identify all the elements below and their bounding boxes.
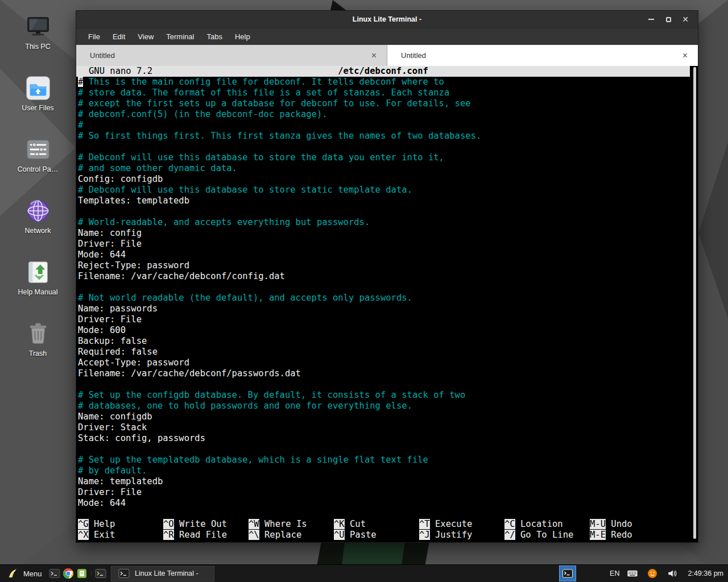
- folder-icon: [25, 75, 51, 101]
- taskbar-window-button[interactable]: Linux Lite Terminal -: [111, 566, 214, 581]
- shortcut-key: ^J: [419, 530, 430, 540]
- tab-close-icon[interactable]: ×: [369, 51, 379, 60]
- desktop-icon-trash[interactable]: Trash: [4, 321, 72, 357]
- taskbar-separator: ⁞: [89, 571, 94, 576]
- text-cursor: #: [78, 77, 83, 87]
- tab-2-active[interactable]: Untitled×: [387, 45, 698, 66]
- updates-notifier-icon[interactable]: [646, 566, 659, 581]
- nano-titlebar: GNU nano 7.2 /etc/debconf.conf: [76, 66, 690, 77]
- editor-line: [78, 379, 698, 390]
- trash-icon: [25, 321, 51, 347]
- editor-line: Name: templatedb: [78, 476, 698, 487]
- editor-line: #: [78, 120, 698, 131]
- editor-line: # debconf.conf(5) (in the debconf-doc pa…: [78, 109, 698, 120]
- shortcut-label: Redo: [606, 530, 632, 540]
- editor-line: # store data. The format of this file is…: [78, 88, 698, 98]
- menu-item-terminal[interactable]: Terminal: [160, 30, 200, 43]
- tray-terminal-active-icon[interactable]: [559, 566, 576, 581]
- editor-line: Mode: 644: [78, 250, 698, 260]
- desktop-icon-network[interactable]: Network: [4, 198, 72, 235]
- shortcut-execute[interactable]: ^T Execute: [419, 519, 504, 530]
- shortcut-label: Where Is: [259, 519, 307, 529]
- close-button[interactable]: ✕: [679, 13, 692, 26]
- editor-line: Name: config: [78, 228, 698, 239]
- editor-line: Driver: Stack: [78, 422, 698, 433]
- tab-close-icon[interactable]: ×: [680, 51, 690, 60]
- editor-line: Stack: config, passwords: [78, 433, 698, 444]
- editor-line: Driver: File: [78, 239, 698, 250]
- menu-item-view[interactable]: View: [131, 30, 160, 43]
- shortcut-label: Help: [89, 519, 115, 529]
- chrome-browser-icon[interactable]: [61, 566, 75, 581]
- control-panel-icon: [25, 136, 51, 163]
- keyboard-icon[interactable]: [626, 566, 639, 581]
- editor-line: Backup: false: [78, 336, 698, 347]
- shortcut-read-file[interactable]: ^R Read File: [163, 530, 249, 541]
- editor-line: # So first things first. This first stan…: [78, 131, 698, 142]
- open-terminal-indicator-icon[interactable]: [94, 566, 107, 581]
- help-manual-icon: [25, 259, 51, 285]
- taskbar: Menu ⁞ Linux Lite Terminal - EN 2:49:36 …: [0, 564, 728, 582]
- tab-1[interactable]: Untitled×: [76, 45, 387, 66]
- monitor-icon: [25, 14, 51, 40]
- maximize-button[interactable]: [661, 13, 675, 26]
- shortcut-key: ^O: [163, 519, 174, 529]
- shortcut-location[interactable]: ^C Location: [504, 519, 590, 530]
- menu-item-tabs[interactable]: Tabs: [200, 30, 228, 43]
- editor-line: [78, 282, 698, 293]
- shortcut-replace[interactable]: ^\ Replace: [249, 530, 334, 541]
- shortcut-redo[interactable]: M-E Redo: [590, 530, 675, 541]
- menu-item-file[interactable]: File: [82, 30, 106, 43]
- terminal-scrollbar[interactable]: [693, 67, 696, 539]
- shortcut-key: M-E: [590, 530, 606, 540]
- editor-line: # Set up the templatedb database, which …: [78, 455, 698, 465]
- desktop-icon-help-manual[interactable]: Help Manual: [4, 259, 72, 296]
- shortcut-justify[interactable]: ^J Justify: [419, 530, 504, 541]
- editor-line: # Debconf will use this database to stor…: [78, 185, 698, 196]
- shortcut-key: M-U: [590, 519, 606, 529]
- shortcut-label: Read File: [174, 530, 227, 540]
- file-manager-icon[interactable]: [75, 566, 89, 581]
- terminal-pane[interactable]: GNU nano 7.2 /etc/debconf.conf # This is…: [76, 66, 698, 542]
- maximize-icon: [666, 17, 671, 22]
- editor-line: Templates: templatedb: [78, 196, 698, 206]
- shortcut-exit[interactable]: ^X Exit: [78, 530, 163, 541]
- editor-content[interactable]: # This is the main config file for debco…: [76, 77, 698, 509]
- shortcut-paste[interactable]: ^U Paste: [334, 530, 419, 541]
- editor-line: Accept-Type: password: [78, 357, 698, 368]
- terminal-launcher-icon[interactable]: [48, 566, 61, 581]
- system-tray: EN 2:49:36 pm: [559, 566, 728, 581]
- tab-label: Untitled: [401, 51, 426, 60]
- shortcut-label: Write Out: [174, 519, 227, 529]
- clock[interactable]: 2:49:36 pm: [685, 569, 723, 577]
- shortcut-go-to-line[interactable]: ^/ Go To Line: [504, 530, 590, 541]
- keyboard-layout-label[interactable]: EN: [610, 569, 619, 577]
- volume-icon[interactable]: [665, 566, 679, 581]
- desktop-icon-user-files[interactable]: User Files: [4, 75, 72, 112]
- shortcut-key: ^\: [249, 530, 259, 540]
- desktop-icon-label: Control Pa…: [18, 165, 59, 173]
- editor-line: [78, 444, 698, 455]
- menu-item-edit[interactable]: Edit: [106, 30, 131, 43]
- desktop-icon-this-pc[interactable]: This PC: [4, 14, 72, 51]
- nano-filename: /etc/debconf.conf: [76, 66, 690, 77]
- shortcut-cut[interactable]: ^K Cut: [334, 519, 419, 530]
- shortcut-label: Go To Line: [515, 530, 574, 540]
- shortcut-key: ^/: [504, 530, 515, 540]
- desktop-icon-control-pa[interactable]: Control Pa…: [4, 136, 72, 173]
- shortcut-where-is[interactable]: ^W Where Is: [249, 519, 334, 530]
- editor-line: Config: configdb: [78, 174, 698, 185]
- shortcut-key: ^R: [163, 530, 174, 540]
- shortcut-write-out[interactable]: ^O Write Out: [163, 519, 249, 530]
- window-titlebar[interactable]: Linux Lite Terminal - ✕: [76, 11, 698, 28]
- menu-button[interactable]: Menu: [0, 565, 48, 582]
- menu-item-help[interactable]: Help: [229, 30, 257, 43]
- shortcut-label: Execute: [430, 519, 473, 529]
- shortcut-undo[interactable]: M-U Undo: [590, 519, 675, 530]
- menu-button-label: Menu: [23, 569, 42, 578]
- shortcut-help[interactable]: ^G Help: [78, 519, 163, 530]
- shortcut-key: ^U: [334, 530, 345, 540]
- shortcut-key: ^X: [78, 530, 89, 540]
- minimize-button[interactable]: [644, 13, 658, 26]
- shortcut-key: ^W: [249, 519, 259, 529]
